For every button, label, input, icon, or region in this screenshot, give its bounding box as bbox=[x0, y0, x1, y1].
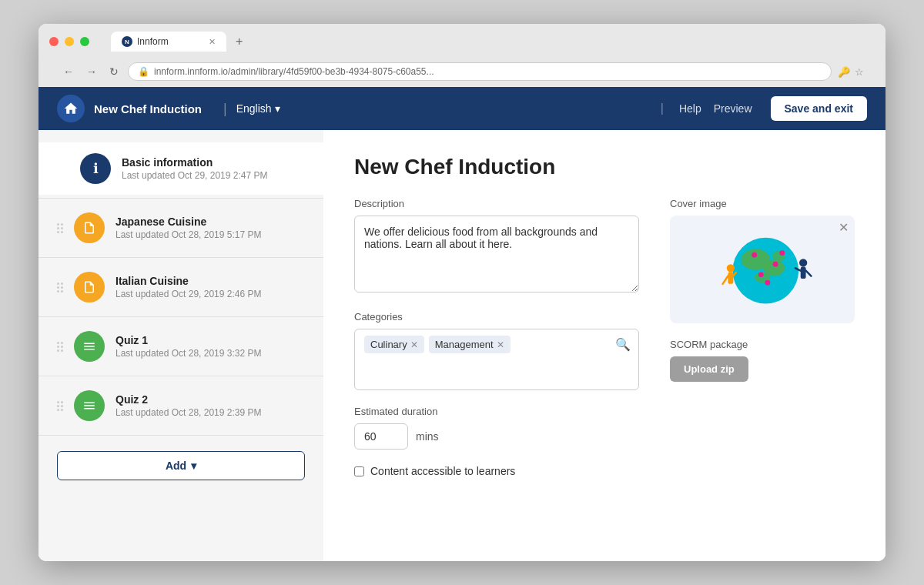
italian-cuisine-name: Italian Cuisine bbox=[116, 275, 305, 287]
svg-point-9 bbox=[765, 280, 770, 286]
save-exit-button[interactable]: Save and exit bbox=[771, 96, 868, 121]
tag-management: Management ✕ bbox=[429, 336, 511, 353]
quiz2-icon bbox=[74, 390, 105, 421]
cover-image-container: ✕ bbox=[670, 216, 855, 323]
tag-management-remove[interactable]: ✕ bbox=[497, 339, 504, 350]
right-column: Cover image ✕ bbox=[670, 198, 855, 477]
sidebar-item-quiz2[interactable]: Quiz 2 Last updated Oct 28, 2019 2:39 PM bbox=[38, 379, 323, 432]
sidebar-item-basic-info[interactable]: ℹ Basic information Last updated Oct 29,… bbox=[38, 142, 323, 195]
divider-3 bbox=[38, 316, 323, 317]
app-title: New Chef Induction bbox=[94, 102, 202, 115]
basic-info-icon: ℹ bbox=[80, 153, 111, 184]
basic-info-meta: Last updated Oct 29, 2019 2:47 PM bbox=[122, 170, 305, 181]
forward-button[interactable]: → bbox=[83, 64, 100, 79]
sidebar-item-quiz1[interactable]: Quiz 1 Last updated Oct 28, 2019 3:32 PM bbox=[38, 320, 323, 373]
tag-culinary-remove[interactable]: ✕ bbox=[410, 339, 418, 350]
description-label: Description bbox=[354, 198, 639, 209]
address-bar: ← → ↻ 🔒 innform.innform.io/admin/library… bbox=[49, 58, 875, 87]
tabs-bar: N Innform ✕ + bbox=[111, 32, 249, 52]
quiz2-name: Quiz 2 bbox=[116, 393, 305, 406]
sidebar: ℹ Basic information Last updated Oct 29,… bbox=[38, 130, 323, 561]
back-button[interactable]: ← bbox=[60, 64, 77, 79]
drag-handle-quiz2 bbox=[57, 401, 63, 411]
svg-rect-11 bbox=[728, 272, 733, 283]
cover-image-label: Cover image bbox=[670, 198, 855, 209]
key-icon: 🔑 bbox=[838, 66, 850, 78]
quiz1-name: Quiz 1 bbox=[116, 334, 305, 346]
categories-search-icon[interactable]: 🔍 bbox=[615, 337, 631, 352]
tag-culinary-label: Culinary bbox=[370, 339, 407, 350]
language-selector[interactable]: English ▾ bbox=[236, 102, 280, 115]
chevron-down-icon: ▾ bbox=[275, 102, 280, 115]
divider-1 bbox=[38, 198, 323, 199]
main-layout: ℹ Basic information Last updated Oct 29,… bbox=[38, 130, 886, 561]
help-link[interactable]: Help bbox=[679, 102, 701, 115]
browser-window: N Innform ✕ + ← → ↻ 🔒 innform.innform.io… bbox=[38, 24, 886, 561]
italian-cuisine-icon bbox=[74, 272, 105, 303]
cover-image-remove[interactable]: ✕ bbox=[839, 220, 849, 235]
browser-titlebar: N Innform ✕ + ← → ↻ 🔒 innform.innform.io… bbox=[38, 24, 886, 87]
app-header: New Chef Induction | English ▾ | Help Pr… bbox=[38, 87, 886, 130]
browser-tab[interactable]: N Innform ✕ bbox=[111, 32, 226, 52]
svg-rect-15 bbox=[801, 267, 806, 279]
svg-point-8 bbox=[779, 250, 785, 256]
basic-info-text: Basic information Last updated Oct 29, 2… bbox=[122, 156, 305, 181]
italian-cuisine-meta: Last updated Oct 29, 2019 2:46 PM bbox=[116, 289, 305, 299]
url-icons: 🔑 ☆ bbox=[838, 66, 864, 78]
chevron-down-icon-add: ▾ bbox=[191, 460, 196, 472]
divider-5 bbox=[38, 435, 323, 436]
japanese-cuisine-icon bbox=[74, 212, 105, 243]
accessible-label: Content accessible to learners bbox=[370, 465, 515, 477]
tab-close-icon[interactable]: ✕ bbox=[209, 37, 216, 47]
divider-4 bbox=[38, 376, 323, 376]
language-label: English bbox=[236, 102, 272, 115]
svg-point-7 bbox=[758, 272, 764, 277]
lock-icon: 🔒 bbox=[138, 66, 149, 77]
add-button[interactable]: Add ▾ bbox=[57, 451, 305, 480]
duration-unit: mins bbox=[416, 430, 439, 443]
tag-culinary: Culinary ✕ bbox=[364, 336, 424, 353]
duration-label: Estimated duration bbox=[354, 406, 639, 417]
description-textarea[interactable]: We offer delicious food from all backgro… bbox=[354, 216, 639, 292]
maximize-dot[interactable] bbox=[80, 37, 89, 46]
reload-button[interactable]: ↻ bbox=[106, 64, 122, 79]
quiz1-meta: Last updated Oct 28, 2019 3:32 PM bbox=[116, 348, 305, 359]
japanese-cuisine-text: Japanese Cuisine Last updated Oct 28, 20… bbox=[116, 216, 305, 240]
preview-link[interactable]: Preview bbox=[714, 102, 752, 115]
japanese-cuisine-meta: Last updated Oct 28, 2019 5:17 PM bbox=[116, 229, 305, 240]
close-dot[interactable] bbox=[49, 37, 59, 46]
url-bar[interactable]: 🔒 innform.innform.io/admin/library/4fd59… bbox=[128, 62, 832, 81]
svg-line-17 bbox=[806, 271, 812, 276]
tab-favicon: N bbox=[122, 36, 132, 47]
divider-2 bbox=[38, 257, 323, 258]
url-text: innform.innform.io/admin/library/4fd59f0… bbox=[154, 66, 434, 77]
accessible-checkbox[interactable] bbox=[354, 466, 364, 476]
italian-cuisine-text: Italian Cuisine Last updated Oct 29, 201… bbox=[116, 275, 305, 299]
tag-management-label: Management bbox=[435, 339, 494, 350]
header-separator: | bbox=[661, 102, 664, 115]
two-col-layout: Description We offer delicious food from… bbox=[354, 198, 855, 477]
bookmark-icon: ☆ bbox=[855, 66, 864, 78]
add-button-label: Add bbox=[166, 460, 186, 472]
tab-title: Innform bbox=[137, 36, 169, 47]
categories-field[interactable]: Culinary ✕ Management ✕ 🔍 bbox=[354, 329, 639, 390]
content-area: New Chef Induction Description We offer … bbox=[323, 130, 886, 561]
japanese-cuisine-name: Japanese Cuisine bbox=[116, 216, 305, 228]
upload-zip-button[interactable]: Upload zip bbox=[670, 356, 748, 382]
sidebar-item-italian-cuisine[interactable]: Italian Cuisine Last updated Oct 29, 201… bbox=[38, 261, 323, 313]
cover-image-globe bbox=[693, 223, 832, 316]
app-logo bbox=[57, 95, 85, 122]
page-title: New Chef Induction bbox=[354, 155, 855, 179]
duration-input[interactable] bbox=[354, 423, 408, 450]
basic-info-name: Basic information bbox=[122, 156, 305, 169]
svg-point-14 bbox=[799, 259, 807, 266]
left-column: Description We offer delicious food from… bbox=[354, 198, 639, 477]
drag-handle-japanese bbox=[57, 223, 63, 233]
minimize-dot[interactable] bbox=[65, 37, 74, 46]
svg-point-6 bbox=[773, 262, 778, 267]
browser-controls: N Innform ✕ + bbox=[49, 32, 875, 52]
sidebar-item-japanese-cuisine[interactable]: Japanese Cuisine Last updated Oct 28, 20… bbox=[38, 202, 323, 254]
duration-row: mins bbox=[354, 423, 639, 450]
add-btn-container: Add ▾ bbox=[38, 439, 323, 493]
new-tab-button[interactable]: + bbox=[229, 32, 249, 52]
